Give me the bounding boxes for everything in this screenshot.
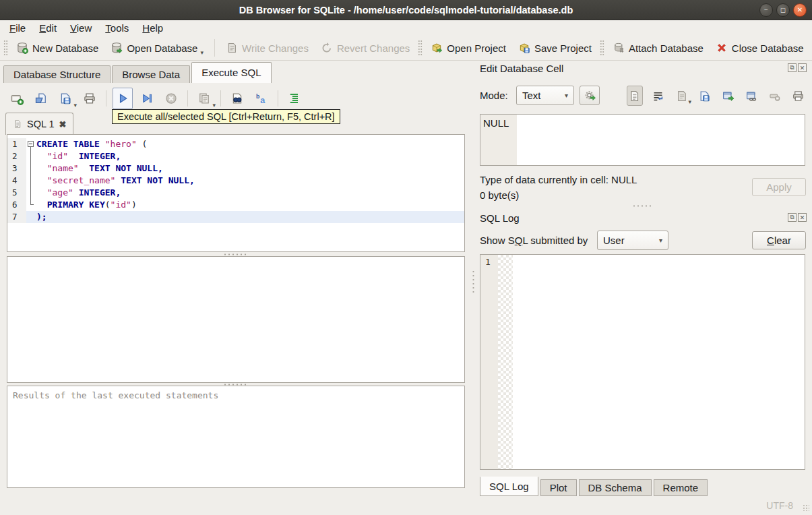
tab-browse-data[interactable]: Browse Data [112, 65, 190, 83]
code-text: "name" TEXT NOT NULL, [36, 162, 464, 175]
menu-file[interactable]: File [3, 20, 32, 36]
log-filter-select[interactable]: User ▾ [597, 231, 668, 250]
saveas-icon [698, 90, 711, 102]
fold-margin [26, 199, 36, 211]
mode-select[interactable]: Text ▾ [516, 86, 574, 105]
chevron-down-icon: ▾ [565, 92, 568, 99]
new-database-button[interactable]: New Database [10, 38, 104, 58]
log-line-number: 1 [480, 255, 498, 469]
open-sql-tab-button[interactable] [7, 88, 27, 109]
execute-all-button[interactable] [113, 88, 133, 109]
format-icon [288, 92, 301, 105]
dock-tab-plot[interactable]: Plot [540, 479, 577, 496]
titlebar[interactable]: DB Browser for SQLite - /home/user/code/… [0, 0, 812, 20]
menubar: FileEditViewToolsHelp [0, 20, 812, 36]
minimize-button[interactable]: − [759, 3, 773, 17]
menu-help[interactable]: Help [135, 20, 170, 36]
cell-editor[interactable]: NULL [480, 114, 805, 166]
float-panel-icon[interactable]: ⧉ [788, 63, 797, 72]
log-content [513, 255, 805, 469]
editor-line-3[interactable]: 3 "name" TEXT NOT NULL, [7, 162, 464, 175]
toolbar-separator [187, 90, 188, 107]
open-sql-file-button[interactable] [31, 88, 51, 109]
write-icon [226, 42, 238, 54]
tab-database-structure[interactable]: Database Structure [3, 65, 111, 83]
sql-toolbar: ▾▾ [7, 86, 305, 111]
stop-execution-button [161, 88, 181, 109]
menu-tools[interactable]: Tools [98, 20, 135, 36]
toolbar-handle[interactable] [418, 40, 423, 56]
float-panel-icon[interactable]: ⧉ [788, 213, 797, 222]
gear-apply-icon [584, 89, 596, 102]
find-button[interactable] [227, 88, 247, 109]
open-project-button[interactable]: Open Project [425, 38, 512, 58]
close-database-button[interactable]: Close Database [710, 38, 810, 58]
splitter-editor-results[interactable] [223, 253, 249, 256]
sql-tab[interactable]: SQL 1 ✖ [5, 113, 73, 135]
cell-type-text: Type of data currently in cell: NULL [480, 174, 637, 185]
app-window: DB Browser for SQLite - /home/user/code/… [0, 0, 812, 515]
dock-tab-db-schema[interactable]: DB Schema [579, 479, 652, 496]
find-replace-button[interactable] [251, 88, 272, 109]
dock-tab-sql-log[interactable]: SQL Log [480, 477, 538, 496]
print-cell-button[interactable] [790, 86, 806, 106]
splitter-main-dock[interactable] [472, 270, 475, 295]
revert-icon [321, 42, 333, 54]
menu-view[interactable]: View [63, 20, 98, 36]
sql-log-view[interactable]: 1 [480, 254, 805, 470]
maximize-button[interactable]: ◻ [776, 3, 790, 17]
log-filter-label-mnemonic: Q [515, 235, 523, 246]
export-data-button[interactable] [697, 86, 713, 106]
toolbar-handle[interactable] [600, 40, 604, 56]
dropdown-arrow-icon: ▾ [200, 49, 204, 58]
attach-database-button[interactable]: Attach Database [606, 38, 710, 58]
word-wrap-button[interactable] [650, 86, 666, 106]
text-mode-button[interactable] [627, 86, 643, 106]
splitter-dock-sections[interactable] [632, 204, 654, 208]
toolbar-handle[interactable] [3, 40, 8, 56]
close-panel-icon[interactable]: ✕ [798, 63, 807, 72]
menu-edit[interactable]: Edit [32, 20, 63, 36]
play-icon [116, 92, 129, 105]
editor-line-1[interactable]: 1CREATE TABLE "hero" ( [7, 138, 464, 150]
set-null-button [767, 86, 783, 106]
editor-line-7[interactable]: 7); [7, 211, 464, 223]
editor-line-2[interactable]: 2 "id" INTEGER, [7, 150, 464, 162]
copydoc-icon [197, 92, 211, 105]
copy-link-button[interactable] [743, 86, 759, 106]
close-panel-icon[interactable]: ✕ [798, 213, 807, 222]
save-sql-file-button[interactable]: ▾ [55, 88, 75, 109]
save-project-label: Save Project [534, 42, 592, 54]
close-tab-icon[interactable]: ✖ [59, 119, 67, 129]
resize-grip[interactable] [803, 504, 809, 511]
open-database-label: Open Database [127, 42, 197, 54]
apply-mode-button[interactable] [580, 86, 600, 105]
toolbar-separator [220, 90, 221, 107]
code-text: "id" INTEGER, [36, 150, 464, 162]
open-in-external-button[interactable] [720, 86, 737, 106]
dropdown-arrow-icon: ▾ [73, 102, 77, 109]
editor-line-4[interactable]: 4 "secret_name" TEXT NOT NULL, [7, 175, 464, 187]
dock-tab-remote[interactable]: Remote [654, 479, 708, 496]
format-sql-button[interactable] [284, 88, 305, 109]
apply-button[interactable]: Apply [752, 178, 806, 196]
chevron-down-icon: ▾ [659, 237, 662, 244]
clear-log-button[interactable]: Clear [752, 231, 806, 249]
print-sql-button[interactable] [80, 88, 100, 109]
save-project-button[interactable]: Save Project [512, 38, 598, 58]
fold-margin[interactable] [26, 138, 36, 150]
editor-line-6[interactable]: 6 PRIMARY KEY("id") [7, 199, 464, 211]
print-icon [83, 92, 96, 105]
execute-current-line-button[interactable] [137, 88, 157, 109]
fold-margin [26, 187, 36, 199]
line-number: 5 [7, 187, 26, 199]
open-database-button[interactable]: Open Database▾ [104, 38, 210, 58]
execution-log[interactable]: Results of the last executed statements [7, 386, 465, 488]
editor-line-5[interactable]: 5 "age" INTEGER, [7, 187, 464, 199]
close-database-label: Close Database [732, 42, 804, 54]
sql-editor[interactable]: 1CREATE TABLE "hero" (2 "id" INTEGER,3 "… [7, 134, 465, 252]
main-tab-bar: Database StructureBrowse DataExecute SQL [3, 62, 273, 83]
query-results-table[interactable] [7, 256, 465, 383]
tab-execute-sql[interactable]: Execute SQL [191, 62, 271, 83]
close-button[interactable]: ✕ [793, 3, 807, 17]
